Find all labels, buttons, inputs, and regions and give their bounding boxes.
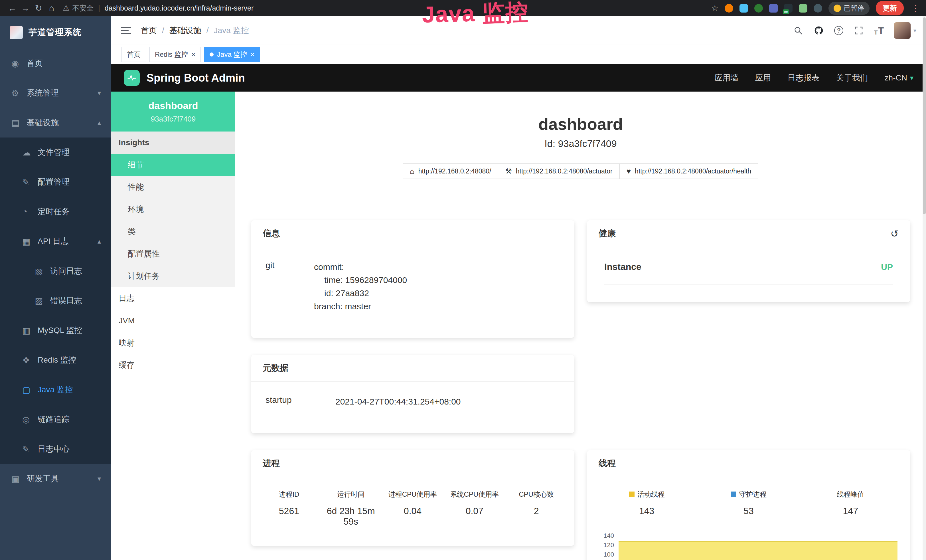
extension-icon[interactable]	[740, 4, 748, 12]
sidebar-item-label: 访问日志	[50, 266, 82, 277]
close-icon[interactable]: ×	[191, 51, 195, 58]
threads-card-body: 活动线程 143 守护进程 53 线程峰值 14	[587, 477, 910, 560]
not-secure-warning-icon: ⚠	[63, 4, 69, 12]
tag-redis-monitor[interactable]: Redis 监控 ×	[150, 47, 201, 62]
browser-menu-icon[interactable]: ⋮	[911, 3, 920, 14]
sidebar-item-system-management[interactable]: ⚙ 系统管理 ▾	[0, 78, 111, 108]
process-stat: 进程ID 5261	[258, 490, 320, 527]
help-icon[interactable]: ?	[834, 26, 843, 35]
sidebar-item-label: 配置管理	[38, 177, 70, 188]
font-size-icon[interactable]: TT	[874, 26, 884, 36]
breadcrumb-separator: /	[206, 26, 209, 35]
service-url-button[interactable]: ⌂ http://192.168.0.2:48080/	[403, 163, 498, 179]
scrollbar-thumb[interactable]	[923, 17, 926, 214]
legend-peak-threads: 线程峰值 147	[800, 490, 902, 516]
extension-icon[interactable]: on	[784, 4, 793, 12]
live-threads-area-series	[619, 541, 897, 560]
sidebar-item-infrastructure[interactable]: ▤ 基础设施 ▴	[0, 108, 111, 138]
update-button[interactable]: 更新	[876, 1, 904, 15]
instance-header[interactable]: dashboard 93a3fc7f7409	[111, 92, 235, 132]
sba-item-environment[interactable]: 环境	[111, 198, 235, 221]
extension-icon[interactable]	[754, 4, 763, 12]
sidebar-item-trace[interactable]: ◎ 链路追踪	[0, 404, 111, 434]
sba-item-details[interactable]: 细节	[111, 154, 235, 176]
extension-icon[interactable]	[799, 4, 807, 12]
forward-icon[interactable]: →	[19, 3, 32, 13]
bookmark-star-icon[interactable]: ☆	[711, 3, 719, 13]
instance-links: ⌂ http://192.168.0.2:48080/ ⚒ http://192…	[251, 163, 910, 179]
close-icon[interactable]: ×	[250, 51, 254, 58]
sba-item-mappings[interactable]: 映射	[111, 332, 235, 354]
sidebar-item-error-logs[interactable]: ▨ 错误日志	[0, 286, 111, 316]
sba-nav-journal[interactable]: 日志报表	[788, 73, 820, 83]
page-scrollbar	[923, 16, 926, 560]
sidebar-item-scheduled-tasks[interactable]: ◔ 定时任务	[0, 197, 111, 227]
sidebar-item-java-monitor[interactable]: ▢ Java 监控	[0, 375, 111, 404]
locale-selector[interactable]: zh-CN ▾	[885, 73, 914, 82]
hamburger-icon[interactable]	[121, 27, 131, 34]
tag-label: 首页	[127, 50, 141, 59]
history-icon[interactable]: ↺	[891, 228, 899, 239]
y-tick: 120	[596, 542, 614, 551]
sba-item-scheduled-tasks[interactable]: 计划任务	[111, 265, 235, 287]
browser-home-icon[interactable]: ⌂	[45, 3, 58, 13]
user-menu[interactable]: ▾	[894, 22, 916, 39]
github-icon[interactable]	[814, 26, 824, 36]
tag-java-monitor[interactable]: Java 监控 ×	[204, 47, 260, 62]
sba-item-config-props[interactable]: 配置属性	[111, 243, 235, 265]
devtools-icon: ▣	[11, 474, 27, 484]
sba-nav-applications[interactable]: 应用	[755, 73, 771, 83]
sidebar-item-log-center[interactable]: ✎ 日志中心	[0, 434, 111, 464]
breadcrumb-home[interactable]: 首页	[141, 25, 157, 36]
legend-value: 143	[596, 506, 698, 516]
extension-icon[interactable]	[769, 4, 778, 12]
sidebar-item-file-management[interactable]: ☁ 文件管理	[0, 138, 111, 167]
sidebar-item-api-logs[interactable]: ▦ API 日志 ▴	[0, 227, 111, 256]
breadcrumb-infrastructure[interactable]: 基础设施	[169, 25, 201, 36]
sidebar-item-redis-monitor[interactable]: ❖ Redis 监控	[0, 345, 111, 375]
error-log-icon: ▨	[35, 296, 50, 306]
chevron-down-icon: ▾	[98, 475, 101, 483]
app-logo	[10, 26, 23, 39]
avatar[interactable]	[894, 22, 911, 39]
sidebar-item-config-management[interactable]: ✎ 配置管理	[0, 167, 111, 197]
url-text[interactable]: dashboard.yudao.iocoder.cn/infra/admin-s…	[104, 4, 254, 12]
chevron-up-icon: ▴	[98, 238, 101, 245]
puzzle-extension-icon[interactable]	[814, 4, 822, 12]
main-column: 首页 / 基础设施 / Java 监控 ? TT	[111, 16, 926, 560]
search-icon[interactable]	[793, 26, 803, 36]
browser-chrome: ← → ↻ ⌂ ⚠ 不安全 | dashboard.yudao.iocoder.…	[0, 0, 926, 16]
sidebar-item-label: Java 监控	[38, 384, 73, 395]
fullscreen-icon[interactable]	[853, 26, 864, 36]
wrench-icon: ⚒	[505, 167, 511, 176]
instance-id-line: Id: 93a3fc7f7409	[251, 138, 910, 149]
process-stat: 运行时间 6d 23h 15m 59s	[320, 490, 382, 527]
spring-boot-admin-logo-icon[interactable]	[124, 70, 140, 86]
sba-item-jvm[interactable]: JVM	[111, 310, 235, 332]
sba-brand-title[interactable]: Spring Boot Admin	[147, 72, 245, 84]
sidebar-item-label: 文件管理	[38, 147, 70, 158]
address-bar[interactable]: ⚠ 不安全 | dashboard.yudao.iocoder.cn/infra…	[63, 3, 254, 13]
back-icon[interactable]: ←	[6, 3, 19, 13]
reload-icon[interactable]: ↻	[32, 3, 45, 13]
process-card-body: 进程ID 5261 运行时间 6d 23h 15m 59s 进程CPU使用率 0…	[251, 477, 574, 546]
sidebar-item-dev-tools[interactable]: ▣ 研发工具 ▾	[0, 464, 111, 493]
app-logo-row[interactable]: 芋道管理系统	[0, 16, 111, 48]
sba-nav-about[interactable]: 关于我们	[836, 73, 868, 83]
sba-item-caches[interactable]: 缓存	[111, 354, 235, 376]
sidebar-item-home[interactable]: ◉ 首页	[0, 48, 111, 78]
sba-item-metrics[interactable]: 性能	[111, 176, 235, 198]
paused-badge[interactable]: 已暂停	[828, 2, 870, 15]
sba-item-logs[interactable]: 日志	[111, 287, 235, 310]
metadata-row-label: startup	[265, 395, 335, 418]
extension-icon[interactable]	[725, 4, 733, 12]
sidebar-item-access-logs[interactable]: ▧ 访问日志	[0, 256, 111, 286]
sidebar-item-mysql-monitor[interactable]: ▥ MySQL 监控	[0, 316, 111, 345]
health-url-button[interactable]: ♥ http://192.168.0.2:48080/actuator/heal…	[619, 163, 758, 179]
instance-name: dashboard	[117, 100, 230, 111]
actuator-url-button[interactable]: ⚒ http://192.168.0.2:48080/actuator	[498, 163, 619, 179]
tag-home[interactable]: 首页	[121, 47, 146, 62]
mysql-icon: ▥	[22, 325, 38, 336]
sba-nav-wallboard[interactable]: 应用墙	[715, 73, 738, 83]
sba-item-classes[interactable]: 类	[111, 221, 235, 243]
